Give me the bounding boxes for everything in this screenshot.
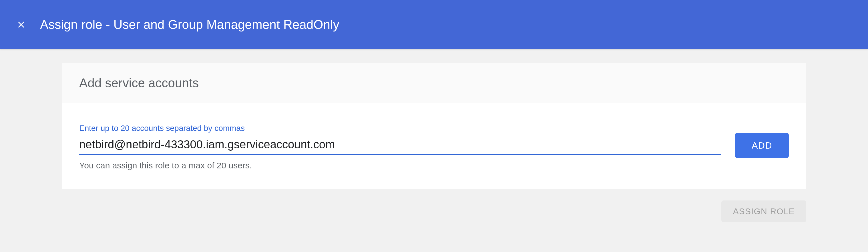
card-title: Add service accounts bbox=[79, 76, 789, 90]
add-service-accounts-card: Add service accounts Enter up to 20 acco… bbox=[62, 63, 806, 189]
dialog-title: Assign role - User and Group Management … bbox=[40, 18, 339, 32]
dialog-header: Assign role - User and Group Management … bbox=[0, 0, 868, 49]
input-row: Enter up to 20 accounts separated by com… bbox=[79, 124, 789, 170]
content-area: Add service accounts Enter up to 20 acco… bbox=[0, 49, 868, 189]
card-body: Enter up to 20 accounts separated by com… bbox=[62, 103, 806, 189]
input-container: Enter up to 20 accounts separated by com… bbox=[79, 124, 721, 170]
accounts-helper-text: You can assign this role to a max of 20 … bbox=[79, 161, 721, 170]
footer-actions: ASSIGN ROLE bbox=[0, 189, 868, 222]
accounts-input[interactable] bbox=[79, 135, 721, 155]
accounts-input-label: Enter up to 20 accounts separated by com… bbox=[79, 124, 721, 133]
assign-role-button[interactable]: ASSIGN ROLE bbox=[721, 200, 806, 222]
add-button[interactable]: ADD bbox=[735, 133, 789, 158]
close-icon[interactable] bbox=[16, 20, 26, 30]
card-header: Add service accounts bbox=[62, 63, 806, 103]
